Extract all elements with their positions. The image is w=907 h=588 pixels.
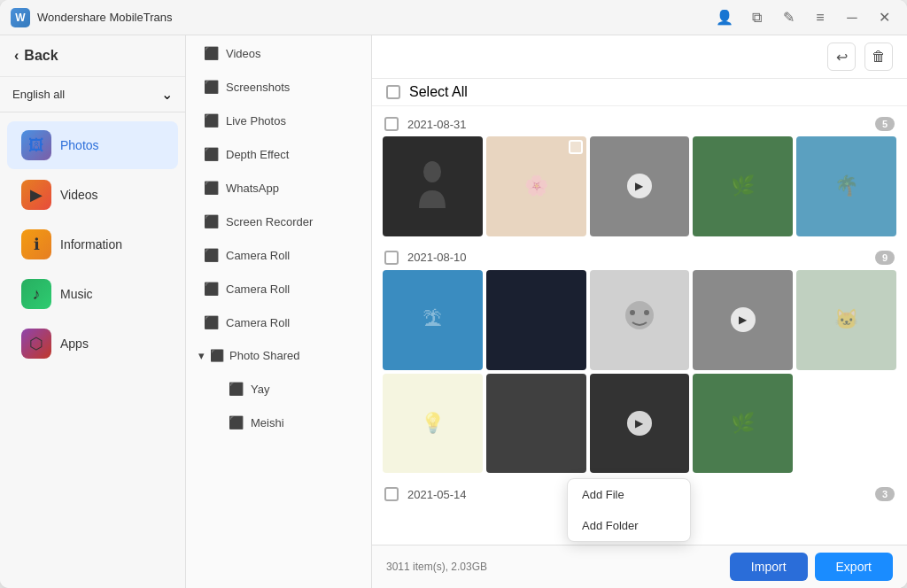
photo-thumb[interactable]: ▶ — [590, 374, 690, 474]
device-selector[interactable]: English all ⌄ — [0, 77, 185, 112]
sidebar-item-information[interactable]: ℹ Information — [7, 220, 178, 268]
edit-btn[interactable]: ✎ — [776, 5, 801, 30]
delete-button[interactable]: 🗑 — [864, 43, 893, 71]
video-list-icon: ⬛ — [204, 46, 219, 60]
play-button-icon[interactable]: ▶ — [627, 411, 652, 436]
mid-item-label: Camera Roll — [226, 249, 290, 262]
app-logo: W — [11, 8, 30, 27]
nav-items: 🖼 Photos ▶ Videos ℹ Information ♪ Music … — [0, 112, 185, 588]
photo-thumb[interactable] — [486, 374, 586, 474]
whatsapp-icon: ⬛ — [204, 181, 219, 195]
photo-nature2: 🌿 — [693, 374, 793, 474]
photo-thumb[interactable]: 🏝 — [383, 270, 483, 370]
date-text-2: 2021-08-10 — [407, 251, 467, 264]
person-icon-btn[interactable]: 👤 — [712, 5, 737, 30]
photo-nature: 🌿 — [693, 136, 793, 236]
sidebar: ‹ Back English all ⌄ 🖼 Photos ▶ Videos ℹ — [0, 35, 186, 588]
photo-dark2 — [486, 374, 586, 474]
photo-thumb[interactable]: 🌿 — [693, 136, 793, 236]
photo-shared-header[interactable]: ▾ ⬛ Photo Shared — [186, 340, 371, 371]
mid-item-label: WhatsApp — [226, 182, 279, 195]
videos-icon: ▶ — [21, 180, 51, 210]
undo-button[interactable]: ↩ — [827, 43, 856, 71]
photo-grid-1: 🌸 ▶ 🌿 🌴 — [383, 136, 896, 236]
mid-item-label: Screenshots — [226, 81, 290, 94]
photo-thumb[interactable]: 🌸 — [486, 136, 586, 236]
device-selector-text: English all — [12, 88, 65, 101]
screen-recorder-icon: ⬛ — [204, 214, 219, 228]
sidebar-item-videos[interactable]: ▶ Videos — [7, 171, 178, 219]
date-section-1: 2021-08-31 5 🌸 — [383, 113, 896, 236]
sidebar-item-music[interactable]: ♪ Music — [7, 270, 178, 318]
photo-dark — [486, 270, 586, 370]
play-button-icon[interactable]: ▶ — [627, 174, 652, 198]
mid-item-label: Camera Roll — [226, 282, 290, 296]
mid-item-depth-effect[interactable]: ⬛ Depth Effect — [191, 138, 366, 170]
mid-item-screen-recorder[interactable]: ⬛ Screen Recorder — [191, 205, 366, 237]
count-badge-1: 5 — [875, 117, 895, 131]
mid-item-live-photos[interactable]: ⬛ Live Photos — [191, 104, 366, 136]
svg-point-2 — [630, 310, 635, 315]
photo-thumb[interactable] — [383, 136, 483, 236]
photo-thumb[interactable]: ▶ — [693, 270, 793, 370]
item-count-info: 3011 item(s), 2.03GB — [386, 561, 487, 573]
mid-item-label: Camera Roll — [226, 316, 290, 329]
mid-item-label: Yay — [251, 383, 269, 396]
camera-roll-icon-1: ⬛ — [204, 248, 219, 262]
sidebar-item-label: Information — [60, 237, 122, 251]
photo-thumb[interactable]: ▶ — [590, 136, 690, 236]
window-controls: 👤 ⧉ ✎ ≡ ─ ✕ — [712, 5, 896, 30]
photos-icon: 🖼 — [21, 130, 51, 160]
photo-thumb[interactable]: 🌴 — [796, 136, 896, 236]
photo-thumb[interactable]: 🐱 — [796, 270, 896, 370]
photo-animal: 🐱 — [796, 270, 896, 370]
photo-shared-label: Photo Shared — [229, 349, 300, 362]
bottom-actions: Import Export — [730, 553, 893, 581]
back-button[interactable]: ‹ Back — [0, 35, 185, 77]
mid-item-whatsapp[interactable]: ⬛ WhatsApp — [191, 172, 366, 204]
photo-person-silhouette — [383, 136, 483, 236]
date-section-checkbox-1[interactable] — [384, 117, 399, 131]
window-btn[interactable]: ⧉ — [744, 5, 769, 30]
photo-cartoon — [590, 270, 690, 370]
mid-item-camera-roll-2[interactable]: ⬛ Camera Roll — [191, 273, 366, 305]
sidebar-item-label: Photos — [60, 138, 99, 152]
photo-thumb[interactable] — [590, 270, 690, 370]
main-content: ‹ Back English all ⌄ 🖼 Photos ▶ Videos ℹ — [0, 35, 907, 588]
date-section-checkbox-2[interactable] — [384, 251, 399, 265]
sidebar-item-photos[interactable]: 🖼 Photos — [7, 121, 178, 169]
select-all-checkbox[interactable] — [386, 85, 400, 99]
minimize-btn[interactable]: ─ — [840, 5, 864, 30]
photo-select-box[interactable] — [569, 140, 583, 154]
photo-shared-arrow: ▾ — [198, 349, 205, 362]
camera-roll-icon-3: ⬛ — [204, 315, 219, 329]
play-button-icon[interactable]: ▶ — [731, 307, 756, 332]
context-menu-add-file[interactable]: Add File — [568, 479, 690, 510]
photo-thumb[interactable]: 🌿 — [693, 374, 793, 474]
date-section-checkbox-3[interactable] — [384, 487, 399, 501]
mid-item-yay[interactable]: ⬛ Yay — [216, 373, 366, 405]
select-all-label: Select All — [409, 84, 468, 100]
apps-icon: ⬡ — [21, 329, 51, 359]
mid-item-label: Depth Effect — [226, 148, 289, 161]
photo-shared-icon: ⬛ — [210, 349, 224, 362]
right-toolbar: ↩ 🗑 — [372, 35, 907, 79]
sidebar-item-apps[interactable]: ⬡ Apps — [7, 320, 178, 368]
mid-item-camera-roll-1[interactable]: ⬛ Camera Roll — [191, 239, 366, 271]
photo-thumb[interactable]: 💡 — [383, 374, 483, 474]
import-button[interactable]: Import — [730, 553, 808, 581]
close-btn[interactable]: ✕ — [872, 5, 896, 30]
sidebar-item-label: Apps — [60, 337, 89, 351]
context-menu-add-folder[interactable]: Add Folder — [568, 510, 690, 541]
mid-panel: ⬛ Videos ⬛ Screenshots ⬛ Live Photos ⬛ D… — [186, 35, 372, 588]
date-header-2: 2021-08-10 9 — [383, 247, 896, 270]
chevron-down-icon: ⌄ — [161, 86, 173, 103]
mid-item-camera-roll-3[interactable]: ⬛ Camera Roll — [191, 306, 366, 338]
mid-item-videos[interactable]: ⬛ Videos — [191, 37, 366, 69]
photo-thumb[interactable] — [486, 270, 586, 370]
mid-item-meishi[interactable]: ⬛ Meishi — [216, 406, 366, 438]
back-label: Back — [24, 48, 58, 64]
menu-btn[interactable]: ≡ — [808, 5, 833, 30]
export-button[interactable]: Export — [815, 553, 893, 581]
mid-item-screenshots[interactable]: ⬛ Screenshots — [191, 71, 366, 103]
